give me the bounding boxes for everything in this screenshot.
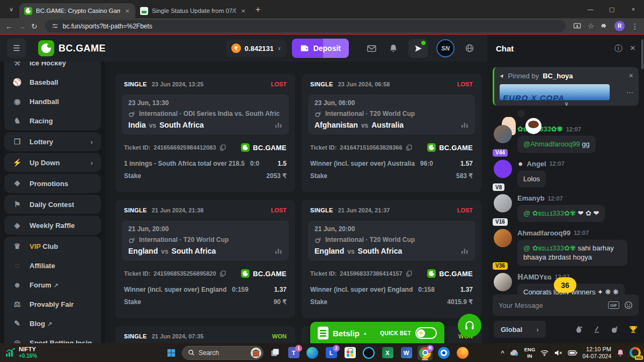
sidebar-item[interactable]: ♛ VIP Club (4, 237, 101, 256)
wifi-icon[interactable] (540, 349, 549, 357)
forward-button[interactable]: → (18, 22, 26, 31)
sidebar-item[interactable]: ◉ Handball (4, 92, 101, 111)
sidebar-item[interactable]: ◈ Weekly Raffle (4, 216, 101, 235)
support-headset-button[interactable] (458, 314, 481, 337)
sidebar-item[interactable]: ⚡ Up Down › (4, 153, 101, 172)
username[interactable]: Emanyb (517, 194, 545, 202)
avatar[interactable] (494, 125, 512, 143)
battery-icon[interactable] (568, 350, 577, 356)
gif-picker-icon[interactable]: GIF (608, 301, 619, 309)
widgets-nifty[interactable]: NIFTY +0.16% (0, 346, 37, 359)
chat-toggle-button[interactable] (408, 39, 428, 58)
user-avatar[interactable]: SN (436, 39, 455, 57)
betslip-bar[interactable]: Betslip ▴ QUICK BET ⚡ (310, 322, 444, 343)
inbox-mail-icon[interactable] (367, 43, 377, 54)
onedrive-cloud-icon[interactable] (509, 349, 519, 357)
sidebar-item[interactable]: ◌ Affiliate (4, 256, 101, 275)
stats-bars-icon[interactable] (461, 122, 469, 128)
mention[interactable]: @ ✿ʙɪʟʟɪ333✿✾ (523, 209, 576, 217)
pinned-message[interactable]: ➤ Pinned by BC_hoya × EURO X COPA ⋯ ∨ (493, 67, 639, 106)
avatar[interactable] (494, 273, 512, 291)
teams-app-button[interactable]: T1 (286, 345, 301, 360)
language-indicator[interactable]: ENG IN (524, 346, 536, 359)
emoji-picker-icon[interactable] (624, 301, 633, 309)
sidebar-item[interactable]: ♞ Racing (4, 111, 101, 130)
reload-button[interactable]: ↻ (31, 22, 38, 31)
chat-close-icon[interactable]: × (630, 43, 635, 54)
username[interactable]: Angel (527, 160, 546, 168)
sidebar-item[interactable]: ⚾ Baseball (4, 72, 101, 92)
word-app-button[interactable]: W (399, 345, 414, 360)
notification-bell-icon[interactable] (616, 349, 625, 357)
avatar[interactable] (494, 194, 512, 212)
edge-app-button[interactable] (305, 345, 320, 360)
stats-bars-icon[interactable] (275, 122, 282, 128)
pinned-close-icon[interactable]: × (629, 71, 633, 80)
back-button[interactable]: ← (5, 22, 13, 31)
copy-icon[interactable] (406, 270, 412, 277)
url-text[interactable]: bc.fun/sports?bt-path=%2Fbets (63, 23, 152, 30)
volume-muted-icon[interactable] (554, 349, 563, 357)
sidebar-item[interactable]: ✎ Blog↗ (4, 314, 101, 333)
language-globe-icon[interactable] (465, 43, 474, 53)
sidebar-toggle-button[interactable]: ☰ (7, 39, 26, 58)
mention[interactable]: @Ahmadfarooq99 (523, 140, 580, 148)
excel-app-button[interactable]: X (380, 345, 395, 360)
sidebar-item[interactable]: ⚒ Ice Hockey (4, 62, 101, 72)
close-window-button[interactable]: × (623, 0, 644, 18)
clock[interactable]: 12:10 PM 04-07-2024 (582, 345, 611, 360)
firefox-app-button[interactable] (455, 345, 470, 360)
extensions-puzzle-icon[interactable] (601, 23, 608, 30)
loop-app-button[interactable]: L2 (324, 345, 339, 360)
event-card[interactable]: 23 Jun, 13:30 International · ODI Series… (122, 94, 289, 135)
avatar[interactable] (494, 229, 512, 247)
pinned-more-icon[interactable]: ⋯ (626, 88, 633, 97)
sidebar-item[interactable]: ❐ Lottery › (4, 132, 101, 151)
event-card[interactable]: 21 Jun, 20:00 International · T20 World … (122, 220, 289, 261)
chat-message-input[interactable] (499, 301, 603, 309)
quick-bet-toggle[interactable]: ⚡ (415, 327, 437, 339)
leaderboard-trophy-icon[interactable] (629, 325, 638, 334)
sidebar-item[interactable]: ⚑ Daily Contest (4, 195, 101, 214)
new-messages-count-badge[interactable]: 36 (554, 277, 576, 293)
media-app-button[interactable] (436, 345, 451, 360)
sidebar-item[interactable]: ☻ Forum↗ (4, 275, 101, 294)
sidebar-item[interactable]: ❖ Promotions (4, 174, 101, 193)
copy-icon[interactable] (219, 270, 226, 277)
sidebar-item[interactable]: ⚖ Provably Fair (4, 294, 101, 314)
browser-profile-avatar[interactable]: R (614, 21, 625, 31)
tab-search-button[interactable]: ∨ (4, 2, 18, 16)
bookmark-star-icon[interactable]: ☆ (588, 22, 594, 30)
deposit-button[interactable]: Deposit (292, 39, 349, 58)
copy-icon[interactable] (219, 144, 226, 151)
browser-tab-bcgame[interactable]: BC.GAME: Crypto Casino Games × (19, 3, 135, 18)
install-app-icon[interactable] (573, 22, 581, 30)
notifications-bell-icon[interactable] (389, 43, 398, 53)
mention[interactable]: @ ✿ʙɪʟʟɪ333✿✾ (523, 244, 576, 252)
tab-close-icon[interactable]: × (240, 7, 246, 15)
coindrop-rain-icon[interactable] (575, 325, 583, 334)
alexa-app-button[interactable] (361, 345, 376, 360)
taskbar-search[interactable]: Search (182, 346, 264, 360)
copy-icon[interactable] (406, 144, 412, 151)
username[interactable]: Ahmadfarooq99 (517, 229, 570, 237)
event-card[interactable]: 21 Jun, 20:00 International · T20 World … (308, 220, 475, 261)
pinned-banner-image[interactable]: EURO X COPA (500, 84, 610, 100)
bcgame-logo[interactable]: BC.GAME (38, 40, 106, 56)
browser-tab-status[interactable]: Single Status Update from 07/0 × (135, 3, 251, 18)
minimize-button[interactable]: — (580, 0, 601, 18)
copilot-button[interactable]: PRE (630, 347, 641, 358)
site-info-icon[interactable] (52, 23, 58, 29)
event-card[interactable]: 23 Jun, 06:00 International · T20 World … (308, 94, 475, 135)
balance-selector[interactable]: ₹ 0.842131 ∨ (226, 39, 287, 57)
chat-channel-selector[interactable]: Global › (494, 321, 546, 338)
address-bar[interactable]: bc.fun/sports?bt-path=%2Fbets (45, 20, 566, 32)
store-app-button[interactable] (342, 345, 357, 360)
chrome-app-button-active[interactable]: R (418, 345, 433, 360)
maximize-button[interactable]: ▢ (601, 0, 623, 18)
sidebar-item[interactable]: ◎ Sport Betting Insig↗ (4, 333, 101, 343)
task-view-button[interactable] (267, 345, 282, 360)
start-button[interactable] (164, 346, 178, 360)
stats-bars-icon[interactable] (461, 248, 469, 254)
stats-bars-icon[interactable] (275, 248, 282, 254)
